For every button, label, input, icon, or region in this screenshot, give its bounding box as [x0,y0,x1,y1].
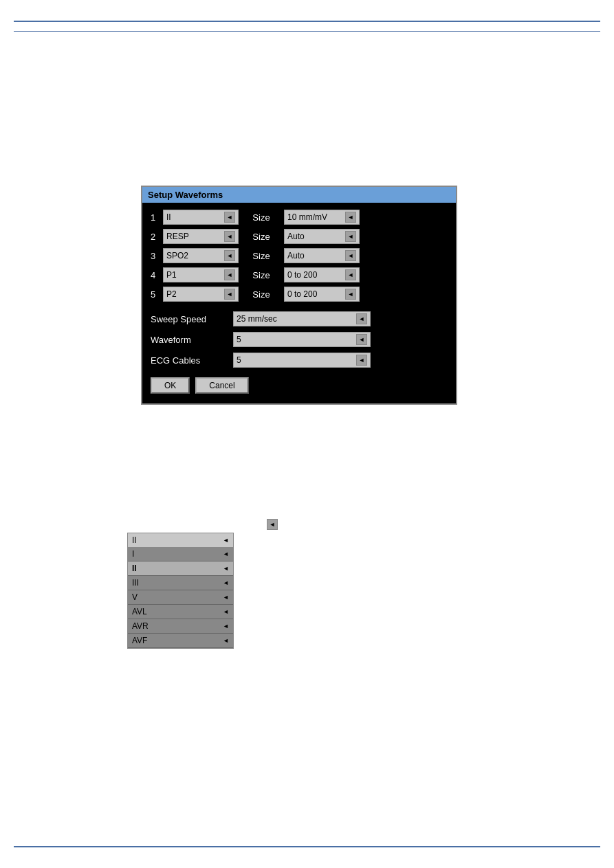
size-label-5: Size [244,289,278,300]
ecg-cables-select[interactable]: 5 ◄ [233,353,371,368]
waveform-count-arrow[interactable]: ◄ [356,334,367,345]
setup-waveforms-dialog: Setup Waveforms 1 II ◄ Size 10 mm/mV ◄ 2… [141,186,457,405]
size-arrow-3[interactable]: ◄ [345,250,356,261]
dropdown-item-III-arrow: ◄ [223,579,229,586]
dialog-body: 1 II ◄ Size 10 mm/mV ◄ 2 RESP ◄ Size Aut… [142,203,456,403]
dropdown-header[interactable]: II ◄ [128,533,233,547]
row-num-4: 4 [151,270,163,280]
dropdown-item-AVF-arrow: ◄ [223,637,229,644]
waveform-select-2[interactable]: RESP ◄ [163,229,239,244]
dropdown-item-AVF[interactable]: AVF ◄ [128,634,233,648]
ok-button[interactable]: OK [151,377,190,394]
dropdown-item-AVL-arrow: ◄ [223,608,229,615]
waveform-arrow-1[interactable]: ◄ [224,212,235,223]
dialog-mid-section: Sweep Speed 25 mm/sec ◄ Waveform 5 ◄ ECG… [151,311,448,368]
size-select-1[interactable]: 10 mm/mV ◄ [284,210,360,225]
waveform-arrow-3[interactable]: ◄ [224,250,235,261]
row-num-3: 3 [151,251,163,261]
sweep-speed-row: Sweep Speed 25 mm/sec ◄ [151,311,448,326]
waveform-arrow-5[interactable]: ◄ [224,289,235,300]
waveform-row-2: 2 RESP ◄ Size Auto ◄ [151,229,448,244]
sweep-speed-label: Sweep Speed [151,314,233,324]
size-arrow-4[interactable]: ◄ [345,269,356,280]
dialog-buttons: OK Cancel [151,377,448,394]
dropdown-trigger-arrow[interactable]: ◄ [267,519,278,530]
sweep-speed-select[interactable]: 25 mm/sec ◄ [233,311,371,326]
ecg-cables-arrow[interactable]: ◄ [356,355,367,366]
waveform-arrow-2[interactable]: ◄ [224,231,235,242]
waveform-row-5: 5 P2 ◄ Size 0 to 200 ◄ [151,287,448,302]
size-select-3[interactable]: Auto ◄ [284,248,360,263]
top-rule-thin [14,31,600,32]
size-arrow-5[interactable]: ◄ [345,289,356,300]
size-select-2[interactable]: Auto ◄ [284,229,360,244]
waveform-select-1[interactable]: II ◄ [163,210,239,225]
dropdown-item-II-arrow: ◄ [223,565,229,572]
dropdown-item-AVR[interactable]: AVR ◄ [128,619,233,634]
size-select-4[interactable]: 0 to 200 ◄ [284,267,360,282]
size-select-5[interactable]: 0 to 200 ◄ [284,287,360,302]
dropdown-header-arrow[interactable]: ◄ [223,537,229,544]
waveform-arrow-4[interactable]: ◄ [224,269,235,280]
waveform-dropdown-list: II ◄ I ◄ II ◄ III ◄ V ◄ AVL ◄ AVR ◄ AVF … [127,533,234,649]
dropdown-item-III[interactable]: III ◄ [128,576,233,590]
dropdown-item-I[interactable]: I ◄ [128,547,233,561]
ecg-cables-label: ECG Cables [151,355,233,366]
size-label-1: Size [244,212,278,223]
waveform-row-3: 3 SPO2 ◄ Size Auto ◄ [151,248,448,263]
waveform-select-3[interactable]: SPO2 ◄ [163,248,239,263]
size-label-2: Size [244,232,278,242]
size-arrow-1[interactable]: ◄ [345,212,356,223]
cancel-button[interactable]: Cancel [195,377,248,394]
waveform-row-4: 4 P1 ◄ Size 0 to 200 ◄ [151,267,448,282]
sweep-speed-arrow[interactable]: ◄ [356,313,367,324]
dropdown-item-V-arrow: ◄ [223,594,229,601]
top-rule-thick [14,21,600,22]
size-label-4: Size [244,270,278,280]
size-arrow-2[interactable]: ◄ [345,231,356,242]
dropdown-item-V[interactable]: V ◄ [128,590,233,605]
bottom-rule [14,846,600,847]
waveform-row-1: 1 II ◄ Size 10 mm/mV ◄ [151,210,448,225]
dropdown-item-II[interactable]: II ◄ [128,561,233,576]
row-num-1: 1 [151,212,163,223]
waveform-select-4[interactable]: P1 ◄ [163,267,239,282]
waveform-select-5[interactable]: P2 ◄ [163,287,239,302]
dropdown-item-I-arrow: ◄ [223,550,229,557]
waveform-count-label: Waveform [151,335,233,345]
dropdown-item-AVR-arrow: ◄ [223,623,229,630]
row-num-2: 2 [151,232,163,242]
dropdown-item-AVL[interactable]: AVL ◄ [128,605,233,619]
ecg-cables-row: ECG Cables 5 ◄ [151,353,448,368]
waveform-count-row: Waveform 5 ◄ [151,332,448,347]
waveform-count-select[interactable]: 5 ◄ [233,332,371,347]
row-num-5: 5 [151,289,163,300]
dialog-title: Setup Waveforms [142,187,456,203]
size-label-3: Size [244,251,278,261]
